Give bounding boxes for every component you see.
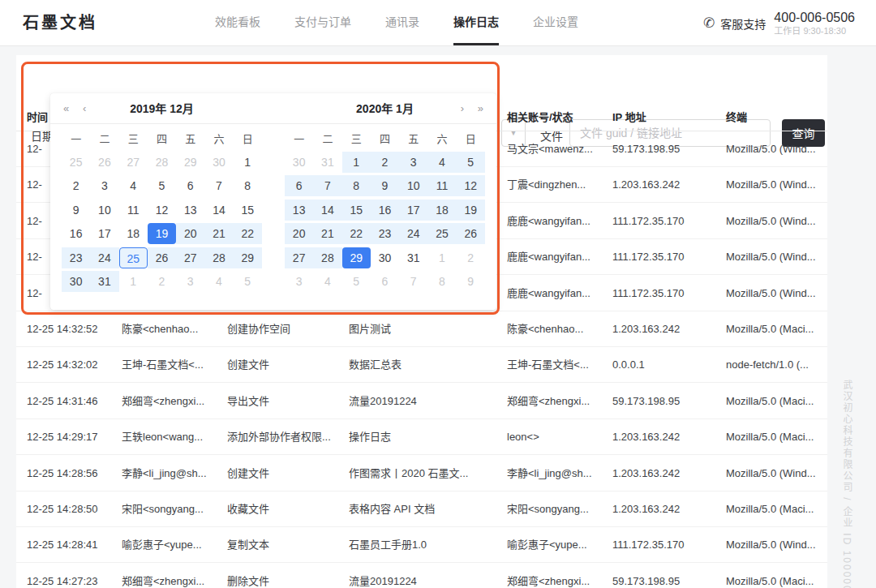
calendar-day[interactable]: 5 — [234, 270, 262, 294]
calendar-day[interactable]: 5 — [342, 270, 371, 294]
calendar-day[interactable]: 22 — [342, 222, 371, 247]
calendar-day[interactable]: 3 — [176, 270, 204, 294]
calendar-day[interactable]: 2 — [371, 150, 399, 174]
calendar-day[interactable]: 16 — [62, 222, 90, 247]
calendar-day[interactable]: 4 — [204, 270, 233, 294]
calendar-day[interactable]: 15 — [342, 198, 371, 222]
calendar-day[interactable]: 26 — [148, 246, 176, 270]
table-cell: Mozilla/5.0 (Wind... — [726, 527, 816, 563]
calendar-day[interactable]: 6 — [176, 174, 204, 199]
nav-item-4[interactable]: 企业设置 — [533, 0, 578, 45]
calendar-day[interactable]: 19 — [457, 198, 485, 222]
calendar-day[interactable]: 17 — [90, 222, 118, 247]
calendar-day[interactable]: 30 — [371, 246, 399, 270]
calendar-day[interactable]: 25 — [62, 150, 90, 174]
calendar-day[interactable]: 29 — [234, 246, 262, 270]
calendar-day[interactable]: 6 — [371, 270, 399, 294]
calendar-day[interactable]: 28 — [204, 246, 233, 270]
calendar-day[interactable]: 25 — [427, 222, 456, 247]
calendar-day[interactable]: 19 — [148, 222, 176, 247]
calendar-day[interactable]: 17 — [399, 198, 427, 222]
nav-item-0[interactable]: 效能看板 — [215, 0, 260, 45]
calendar-day[interactable]: 3 — [285, 270, 313, 294]
calendar-day[interactable]: 29 — [176, 150, 204, 174]
next-year-icon[interactable]: » — [478, 93, 483, 124]
calendar-day[interactable]: 9 — [371, 174, 399, 199]
calendar-day[interactable]: 29 — [342, 246, 371, 270]
calendar-day[interactable]: 3 — [90, 174, 118, 199]
calendar-day[interactable]: 13 — [285, 198, 313, 222]
calendar-day[interactable]: 13 — [176, 198, 204, 222]
calendar-day[interactable]: 2 — [62, 174, 90, 199]
calendar-day[interactable]: 12 — [457, 174, 485, 199]
nav-item-3[interactable]: 操作日志 — [453, 0, 499, 45]
table-cell: Mozilla/5.0 (Wind... — [726, 456, 816, 491]
calendar-day[interactable]: 11 — [427, 174, 456, 199]
calendar-day[interactable]: 23 — [371, 222, 399, 247]
calendar-day[interactable]: 1 — [427, 246, 456, 270]
calendar-day[interactable]: 4 — [427, 150, 456, 174]
calendar-day[interactable]: 27 — [176, 246, 204, 270]
calendar-day[interactable]: 22 — [234, 222, 262, 247]
calendar-day[interactable]: 14 — [204, 198, 233, 222]
calendar-day[interactable]: 11 — [119, 198, 148, 222]
weekday-label: 五 — [399, 128, 427, 150]
calendar-day[interactable]: 30 — [62, 270, 90, 294]
calendar-day[interactable]: 1 — [342, 150, 371, 174]
calendar-day[interactable]: 2 — [148, 270, 176, 294]
calendar-day[interactable]: 30 — [204, 150, 233, 174]
calendar-day[interactable]: 9 — [457, 270, 485, 294]
calendar-day[interactable]: 14 — [313, 198, 341, 222]
calendar-day[interactable]: 3 — [399, 150, 427, 174]
calendar-day[interactable]: 24 — [399, 222, 427, 247]
calendar-day[interactable]: 18 — [119, 222, 148, 247]
app-logo: 石墨文档 — [23, 0, 97, 45]
calendar-day[interactable]: 10 — [399, 174, 427, 199]
calendar-day[interactable]: 27 — [119, 150, 148, 174]
calendar-day[interactable]: 31 — [90, 270, 118, 294]
table-cell: node-fetch/1.0 (... — [726, 347, 809, 383]
calendar-day[interactable]: 16 — [371, 198, 399, 222]
calendar-day[interactable]: 21 — [204, 222, 233, 247]
calendar-day[interactable]: 5 — [148, 174, 176, 199]
calendar-day[interactable]: 26 — [90, 150, 118, 174]
next-month-icon[interactable]: › — [461, 93, 464, 124]
nav-item-2[interactable]: 通讯录 — [385, 0, 419, 45]
calendar-day[interactable]: 7 — [204, 174, 233, 199]
calendar-day[interactable]: 20 — [285, 222, 313, 247]
weekday-label: 一 — [62, 128, 90, 150]
calendar-day[interactable]: 2 — [457, 246, 485, 270]
calendar-day[interactable]: 4 — [313, 270, 341, 294]
calendar-day[interactable]: 30 — [285, 150, 313, 174]
calendar-day[interactable]: 25 — [119, 246, 148, 270]
calendar-day[interactable]: 24 — [90, 246, 118, 270]
calendar-day[interactable]: 6 — [285, 174, 313, 199]
calendar-day[interactable]: 9 — [62, 198, 90, 222]
calendar-day[interactable]: 31 — [399, 246, 427, 270]
calendar-day[interactable]: 4 — [119, 174, 148, 199]
calendar-day[interactable]: 7 — [313, 174, 341, 199]
calendar-day[interactable]: 5 — [457, 150, 485, 174]
calendar-day[interactable]: 21 — [313, 222, 341, 247]
calendar-day[interactable]: 20 — [176, 222, 204, 247]
weekday-label: 三 — [119, 128, 148, 150]
calendar-day[interactable]: 12 — [148, 198, 176, 222]
calendar-day[interactable]: 8 — [234, 174, 262, 199]
calendar-day[interactable]: 15 — [234, 198, 262, 222]
calendar-day[interactable]: 1 — [119, 270, 148, 294]
calendar-day[interactable]: 27 — [285, 246, 313, 270]
calendar-day[interactable]: 26 — [457, 222, 485, 247]
calendar-day[interactable]: 7 — [399, 270, 427, 294]
calendar-day[interactable]: 8 — [427, 270, 456, 294]
calendar-day[interactable]: 31 — [313, 150, 341, 174]
table-row: 12-25 14:32:52陈豪<chenhao...创建协作空间图片测试陈豪<… — [16, 311, 827, 347]
nav-item-1[interactable]: 支付与订单 — [294, 0, 351, 45]
calendar-day[interactable]: 18 — [427, 198, 456, 222]
calendar-day[interactable]: 28 — [148, 150, 176, 174]
calendar-day[interactable]: 1 — [234, 150, 262, 174]
calendar-day[interactable]: 23 — [62, 246, 90, 270]
table-cell: 郑细弯<zhengxi... — [122, 384, 204, 419]
calendar-day[interactable]: 8 — [342, 174, 371, 199]
calendar-day[interactable]: 28 — [313, 246, 341, 270]
calendar-day[interactable]: 10 — [90, 198, 118, 222]
